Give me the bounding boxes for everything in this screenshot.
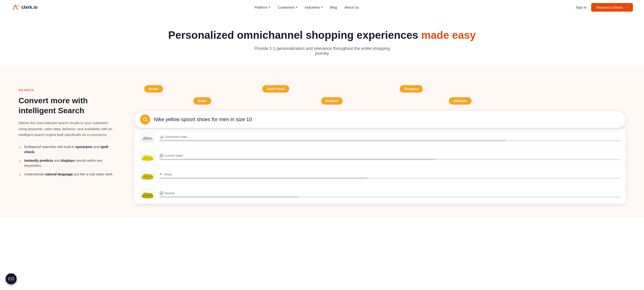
search-icon	[142, 117, 148, 122]
result-meta: 🔄 Season	[160, 191, 621, 198]
result-item: 👁 Views	[134, 166, 626, 185]
result-meta: 🔄 Current Sales	[160, 154, 621, 160]
check-icon: ✓	[18, 158, 22, 164]
svg-line-2	[146, 120, 147, 122]
result-bar	[160, 159, 621, 160]
hero-subtitle: Provide 1:1 personalization and relevanc…	[248, 46, 396, 56]
logo-text: clerk.io	[21, 5, 38, 10]
tag-attribute: Attribute	[449, 97, 472, 105]
list-item: ✓ Understands natural language just like…	[18, 172, 116, 178]
result-bar	[160, 196, 621, 198]
request-demo-button[interactable]: Request a Demo →	[591, 3, 633, 12]
result-item: 🔄 Season	[134, 185, 626, 204]
product-thumbnail	[139, 188, 156, 200]
hero-title: Personalized omnichannel shopping experi…	[5, 29, 639, 42]
search-icon-circle	[140, 114, 150, 125]
check-icon: ✓	[18, 172, 22, 178]
nav-right: Sign In Request a Demo →	[576, 3, 633, 12]
section-right: Brand Spell check Category Color Product	[134, 84, 626, 204]
result-bar	[160, 177, 621, 179]
product-thumbnail	[139, 170, 156, 182]
chevron-down-icon: ▾	[321, 6, 323, 9]
shoe-icon	[140, 190, 154, 199]
product-thumbnail	[139, 132, 156, 144]
list-item: ✓ Bulletproof searches with built-in syn…	[18, 144, 116, 155]
search-query: Nike yellow spoort shoes for men in size…	[154, 116, 252, 123]
result-bar	[160, 140, 621, 141]
search-bar[interactable]: Nike yellow spoort shoes for men in size…	[134, 111, 626, 128]
svg-point-0	[11, 3, 20, 12]
shoe-icon	[140, 171, 154, 180]
product-thumbnail	[139, 151, 156, 163]
shoe-icon	[140, 152, 154, 161]
sales-icon: 🔄	[160, 154, 163, 157]
result-bar-fill	[160, 140, 506, 141]
result-bar-fill	[160, 196, 298, 198]
feature-bold: spell check	[24, 145, 108, 154]
check-icon: ✓	[18, 145, 22, 150]
logo[interactable]: clerk.io	[11, 3, 38, 12]
nav-about[interactable]: About Us	[344, 5, 359, 9]
feature-bold: Instantly predicts	[24, 158, 53, 162]
svg-point-4	[144, 137, 145, 138]
result-label: 🔄 Season	[160, 191, 621, 195]
sign-in-link[interactable]: Sign In	[576, 5, 587, 9]
result-item: 📊 Conversion Rate	[134, 129, 626, 148]
chevron-down-icon: ▾	[296, 6, 298, 9]
nav-platform[interactable]: Platform ▾	[254, 5, 270, 9]
nav-customers[interactable]: Customers ▾	[278, 5, 298, 9]
tag-brand: Brand	[144, 85, 163, 93]
section-title: Convert more with intelligent Search	[18, 96, 116, 115]
result-bar-fill	[160, 159, 436, 160]
section-label: SEARCH	[18, 88, 116, 92]
navbar: clerk.io Platform ▾ Customers ▾ Industri…	[0, 0, 644, 15]
hero-section: Personalized omnichannel shopping experi…	[0, 15, 644, 65]
result-label: 👁 Views	[160, 173, 621, 176]
section-description: Deliver the most relevant search results…	[18, 120, 116, 138]
season-icon: 🔄	[160, 191, 163, 195]
nav-blog[interactable]: Blog	[330, 5, 337, 9]
result-bar-fill	[160, 177, 367, 179]
feature-bold: synonyms	[75, 145, 92, 149]
arrow-right-icon: →	[624, 5, 628, 9]
chevron-down-icon: ▾	[269, 6, 270, 9]
result-label: 🔄 Current Sales	[160, 154, 621, 157]
result-meta: 👁 Views	[160, 173, 621, 179]
tag-product: Product	[321, 97, 343, 105]
section-left: SEARCH Convert more with intelligent Sea…	[18, 84, 116, 178]
nav-industries[interactable]: Industries ▾	[305, 5, 323, 9]
logo-icon	[11, 3, 20, 12]
views-icon: 👁	[160, 173, 162, 176]
result-label: 📊 Conversion Rate	[160, 135, 621, 139]
result-item: 🔄 Current Sales	[134, 148, 626, 166]
nav-links: Platform ▾ Customers ▾ Industries ▾ Blog…	[254, 5, 359, 9]
feature-bold: displays	[61, 158, 75, 162]
search-section: SEARCH Convert more with intelligent Sea…	[0, 65, 644, 218]
search-card: Brand Spell check Category Color Product	[134, 84, 626, 204]
tag-spell-check: Spell check	[262, 85, 289, 93]
feature-list: ✓ Bulletproof searches with built-in syn…	[18, 144, 116, 178]
results-list: 📊 Conversion Rate	[134, 129, 626, 204]
list-item: ✓ Instantly predicts and displays result…	[18, 158, 116, 168]
hero-title-accent: made easy	[421, 29, 476, 41]
tag-color: Color	[193, 97, 211, 105]
tags-container: Brand Spell check Category Color Product	[134, 84, 626, 109]
tag-category: Category	[400, 85, 423, 93]
result-meta: 📊 Conversion Rate	[160, 135, 621, 141]
feature-bold: natural language	[45, 172, 73, 176]
shoe-icon	[140, 133, 154, 143]
bar-chart-icon: 📊	[160, 135, 163, 139]
